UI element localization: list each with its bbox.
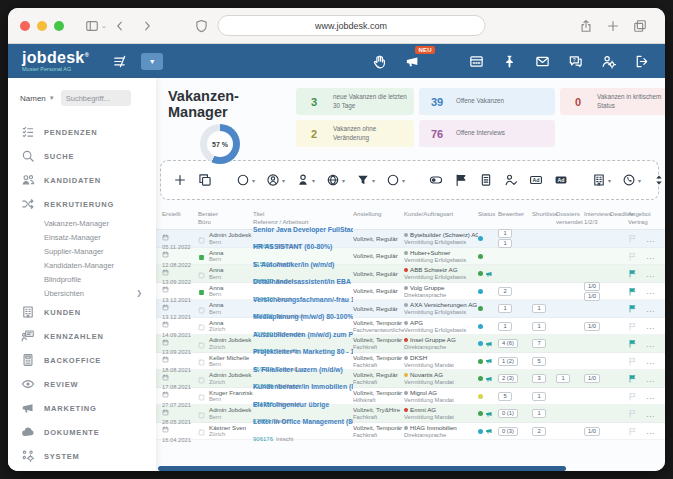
offer-flag-icon[interactable]: [628, 234, 637, 243]
job-title-link[interactable]: S. Filialleiter Luzern (m/d/w): [253, 366, 353, 374]
tab-overview-button[interactable]: [632, 18, 647, 33]
minimize-window-button[interactable]: [37, 21, 47, 31]
circle-button[interactable]: ▾: [236, 173, 255, 187]
person-check-button[interactable]: [504, 173, 518, 187]
row-more-menu[interactable]: ⋯: [646, 324, 655, 333]
ad-outline-button[interactable]: Ad: [529, 173, 543, 187]
row-more-menu[interactable]: ⋯: [646, 237, 655, 246]
offer-flag-icon[interactable]: [628, 427, 637, 436]
shortlist-badge[interactable]: 1: [532, 304, 546, 313]
sidebar-subitem-blindprofile[interactable]: Blindprofile: [20, 272, 156, 286]
column-header-angebot[interactable]: AngebotVertrag: [628, 210, 646, 226]
column-header-kunde-auftragsart[interactable]: Kunde/Auftragsart: [404, 210, 478, 226]
sidebar-item-dokumente[interactable]: DOKUMENTE: [20, 420, 156, 444]
dossiers-sent-badge[interactable]: 1: [556, 374, 570, 383]
envelope-icon[interactable]: [534, 53, 550, 69]
pin-icon[interactable]: [501, 53, 517, 69]
shortlist-badge[interactable]: 2: [532, 427, 546, 436]
share-button[interactable]: [578, 18, 593, 33]
column-header-shortliste[interactable]: Shortliste: [532, 210, 556, 226]
offer-flag-icon[interactable]: [628, 252, 637, 261]
unchecked-tag-icon[interactable]: [198, 300, 205, 318]
new-tab-button[interactable]: [605, 18, 620, 33]
horizontal-scrollbar[interactable]: [158, 466, 566, 471]
header-dropdown-button[interactable]: ▼: [141, 53, 163, 70]
job-title-link[interactable]: Versicherungsfachmann/-frau 100%: [253, 296, 353, 304]
column-header-deadline[interactable]: Deadline: [610, 210, 628, 226]
megaphone-icon[interactable]: NEU: [404, 53, 420, 69]
phone-circle-button[interactable]: ▾: [622, 173, 641, 187]
globe-button[interactable]: ▾: [326, 173, 345, 187]
column-header-interviews[interactable]: Interviews1/2/3: [584, 210, 610, 226]
funnel-button[interactable]: ▾: [356, 173, 375, 187]
unchecked-tag-icon[interactable]: [198, 370, 205, 388]
sidebar-subitem-übersichten[interactable]: Übersichten❯: [20, 286, 156, 300]
sidebar-subitem-vakanzen-manager[interactable]: Vakanzen-Manager: [20, 216, 156, 230]
person-circle-button[interactable]: ▾: [266, 173, 285, 187]
job-title-link[interactable]: Elektroingenieur übrige: [253, 401, 353, 409]
sidebar-subitem-supplier-manager[interactable]: Supplier-Manager: [20, 244, 156, 258]
maximize-window-button[interactable]: [54, 21, 64, 31]
unchecked-tag-icon[interactable]: [198, 317, 205, 335]
table-row[interactable]: 13.12.2021AnnaBernDetailhandelsassistent…: [156, 283, 665, 301]
shortlist-badge[interactable]: 3: [532, 374, 546, 383]
offer-flag-icon-active[interactable]: [628, 339, 637, 348]
chat-help-icon[interactable]: ?: [567, 53, 583, 69]
shortlist-badge[interactable]: 1: [532, 409, 546, 418]
column-header-titel[interactable]: TitelReferenz / Arbeitsort: [253, 210, 353, 226]
offer-flag-icon-active[interactable]: [628, 287, 637, 296]
sidebar-item-backoffice[interactable]: BACKOFFICE: [20, 348, 156, 372]
org-grid-icon[interactable]: [468, 53, 484, 69]
sidebar-item-kennzahlen[interactable]: KENNZAHLEN: [20, 324, 156, 348]
shortlist-badge[interactable]: 1: [532, 392, 546, 401]
checked-tag-icon[interactable]: [198, 282, 205, 300]
applicants-badge[interactable]: 1: [498, 304, 512, 313]
flag-filled-button[interactable]: [454, 173, 468, 187]
applicants-badge[interactable]: 0 (1): [498, 409, 518, 418]
applicants-badge[interactable]: 1: [498, 229, 512, 238]
job-title-link[interactable]: Senior Java Developer FullStack: [253, 226, 353, 234]
offer-flag-icon[interactable]: [628, 392, 637, 401]
hand-icon[interactable]: [371, 53, 387, 69]
applicants-badge[interactable]: 1: [498, 322, 512, 331]
interviews-badge[interactable]: 1/0: [584, 374, 600, 383]
job-title-link[interactable]: Auszubildenden (m/w/d) zum Präzisionswer…: [253, 331, 353, 339]
applicants-badge[interactable]: 0 (3): [498, 427, 518, 436]
table-row[interactable]: 13.09.2021Admin JobdeskZürichAuszubilden…: [156, 335, 665, 353]
column-header-actions[interactable]: [646, 210, 665, 226]
sidebar-item-pendenzen[interactable]: PENDENZEN: [20, 120, 156, 144]
sidebar-item-marketing[interactable]: MARKETING: [20, 396, 156, 420]
column-header-berater[interactable]: BeraterBüro: [198, 210, 253, 226]
offer-flag-icon-active[interactable]: [628, 269, 637, 278]
building-button[interactable]: ▾: [592, 173, 611, 187]
applicants-badge[interactable]: 4 (6): [498, 339, 518, 348]
offer-flag-icon[interactable]: [628, 357, 637, 366]
row-more-menu[interactable]: ⋯: [646, 272, 655, 281]
app-logo[interactable]: jobdesk® Muster Personal AG: [22, 50, 89, 73]
row-more-menu[interactable]: ⋯: [646, 289, 655, 298]
sidebar-item-kandidaten[interactable]: KANDIDATEN: [20, 168, 156, 192]
address-bar[interactable]: www.jobdesk.com: [217, 15, 485, 36]
sidebar-item-suche[interactable]: SUCHE: [20, 144, 156, 168]
row-more-menu[interactable]: ⋯: [646, 359, 655, 368]
job-title-link[interactable]: HR ASSISTANT (60-80%): [253, 243, 353, 251]
sidebar-item-review[interactable]: REVIEW: [20, 372, 156, 396]
circle-button[interactable]: ▾: [386, 173, 405, 187]
job-title-link[interactable]: Mediaplanung (m/w/d) 80-100%: [253, 313, 353, 321]
sidebar-subitem-kandidaten-manager[interactable]: Kandidaten-Manager: [20, 258, 156, 272]
row-more-menu[interactable]: ⋯: [646, 377, 655, 386]
shortlist-badge[interactable]: 5: [532, 357, 546, 366]
unchecked-tag-icon[interactable]: [198, 422, 205, 440]
offer-flag-icon-active[interactable]: [628, 374, 637, 383]
row-more-menu[interactable]: ⋯: [646, 254, 655, 263]
shortlist-badge[interactable]: 7: [532, 339, 546, 348]
table-row[interactable]: 27.07.2021Kruger FranziskaBernKundenbera…: [156, 388, 665, 406]
table-row[interactable]: 13.09.2022AnnaBernS. Automatiker/in (w/m…: [156, 265, 665, 283]
list-button[interactable]: [479, 173, 493, 187]
table-row[interactable]: 16.04.2021Kästner SvenZürichLeiter/in Of…: [156, 423, 665, 441]
job-title-link[interactable]: Detailhandelsassistent/in EBA: [253, 278, 353, 286]
row-more-menu[interactable]: ⋯: [646, 429, 655, 438]
unchecked-tag-icon[interactable]: [198, 387, 205, 405]
applicants-badge[interactable]: 1: [498, 239, 512, 248]
table-row[interactable]: 14.09.2021AnnaZürichMediaplanung (m/w/d)…: [156, 318, 665, 336]
